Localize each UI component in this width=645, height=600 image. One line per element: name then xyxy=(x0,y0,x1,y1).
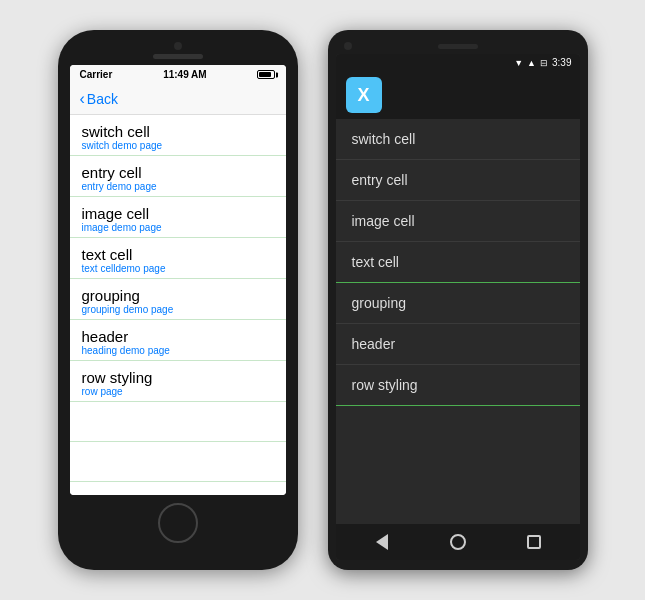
list-item[interactable]: image cell xyxy=(336,201,580,242)
list-item[interactable]: switch cell switch demo page xyxy=(70,115,286,156)
android-back-button[interactable] xyxy=(372,532,392,552)
list-empty-row xyxy=(70,402,286,442)
android-status-bar: ▼ ▲ ⊟ 3:39 xyxy=(336,54,580,71)
list-item-title: entry cell xyxy=(352,172,408,188)
iphone-screen: Carrier 11:49 AM ‹ Back switch cell swit… xyxy=(70,65,286,495)
list-item-title: text cell xyxy=(352,254,399,270)
ios-time: 11:49 AM xyxy=(163,69,207,80)
android-screen: ▼ ▲ ⊟ 3:39 X switch cell entry cell imag… xyxy=(336,54,580,560)
back-label: Back xyxy=(87,91,118,107)
android-app-icon: X xyxy=(346,77,382,113)
list-empty-row xyxy=(70,482,286,495)
list-item-title: row styling xyxy=(352,377,418,393)
android-camera xyxy=(344,42,352,50)
list-item[interactable]: text cell xyxy=(336,242,580,283)
android-list: switch cell entry cell image cell text c… xyxy=(336,119,580,524)
ios-carrier: Carrier xyxy=(80,69,113,80)
iphone-device: Carrier 11:49 AM ‹ Back switch cell swit… xyxy=(58,30,298,570)
list-item[interactable]: grouping xyxy=(336,283,580,324)
back-triangle-icon xyxy=(376,534,388,550)
android-home-button[interactable] xyxy=(448,532,468,552)
list-item[interactable]: row styling xyxy=(336,365,580,406)
list-item-title: text cell xyxy=(82,246,274,263)
android-status-icons: ▼ ▲ ⊟ 3:39 xyxy=(514,57,571,68)
list-item-subtitle: image demo page xyxy=(82,222,274,233)
ios-list: switch cell switch demo page entry cell … xyxy=(70,115,286,495)
list-item-title: switch cell xyxy=(82,123,274,140)
home-circle-icon xyxy=(450,534,466,550)
android-recent-button[interactable] xyxy=(524,532,544,552)
ios-battery xyxy=(257,70,275,79)
iphone-home-button[interactable] xyxy=(158,503,198,543)
back-chevron-icon: ‹ xyxy=(80,90,85,108)
list-item[interactable]: header xyxy=(336,324,580,365)
battery-fill xyxy=(259,72,270,77)
list-item[interactable]: row styling row page xyxy=(70,361,286,402)
android-device: ▼ ▲ ⊟ 3:39 X switch cell entry cell imag… xyxy=(328,30,588,570)
list-item[interactable]: image cell image demo page xyxy=(70,197,286,238)
list-item-title: header xyxy=(352,336,396,352)
android-nav-bar xyxy=(336,524,580,560)
list-item[interactable]: entry cell entry demo page xyxy=(70,156,286,197)
list-item-title: grouping xyxy=(82,287,274,304)
signal-icon: ▼ xyxy=(514,58,523,68)
iphone-speaker xyxy=(153,54,203,59)
list-empty-row xyxy=(70,442,286,482)
list-item[interactable]: header heading demo page xyxy=(70,320,286,361)
list-item-subtitle: switch demo page xyxy=(82,140,274,151)
list-item[interactable]: entry cell xyxy=(336,160,580,201)
list-item-title: grouping xyxy=(352,295,407,311)
app-icon-label: X xyxy=(357,85,369,106)
wifi-icon: ▲ xyxy=(527,58,536,68)
list-item-title: header xyxy=(82,328,274,345)
list-item[interactable]: text cell text celldemo page xyxy=(70,238,286,279)
android-speaker xyxy=(438,44,478,49)
android-top-bar xyxy=(336,40,580,52)
ios-nav-bar: ‹ Back xyxy=(70,84,286,115)
list-item-title: image cell xyxy=(352,213,415,229)
list-item-title: switch cell xyxy=(352,131,416,147)
android-app-header: X xyxy=(336,71,580,119)
android-time: 3:39 xyxy=(552,57,571,68)
list-item-title: image cell xyxy=(82,205,274,222)
list-item-subtitle: text celldemo page xyxy=(82,263,274,274)
list-item-subtitle: grouping demo page xyxy=(82,304,274,315)
recent-square-icon xyxy=(527,535,541,549)
battery-icon xyxy=(257,70,275,79)
list-item-title: row styling xyxy=(82,369,274,386)
list-item-subtitle: entry demo page xyxy=(82,181,274,192)
iphone-camera xyxy=(174,42,182,50)
battery-icon: ⊟ xyxy=(540,58,548,68)
list-item[interactable]: switch cell xyxy=(336,119,580,160)
ios-status-bar: Carrier 11:49 AM xyxy=(70,65,286,84)
list-item-subtitle: heading demo page xyxy=(82,345,274,356)
list-item[interactable]: grouping grouping demo page xyxy=(70,279,286,320)
ios-back-button[interactable]: ‹ Back xyxy=(80,90,118,108)
list-item-subtitle: row page xyxy=(82,386,274,397)
list-item-title: entry cell xyxy=(82,164,274,181)
